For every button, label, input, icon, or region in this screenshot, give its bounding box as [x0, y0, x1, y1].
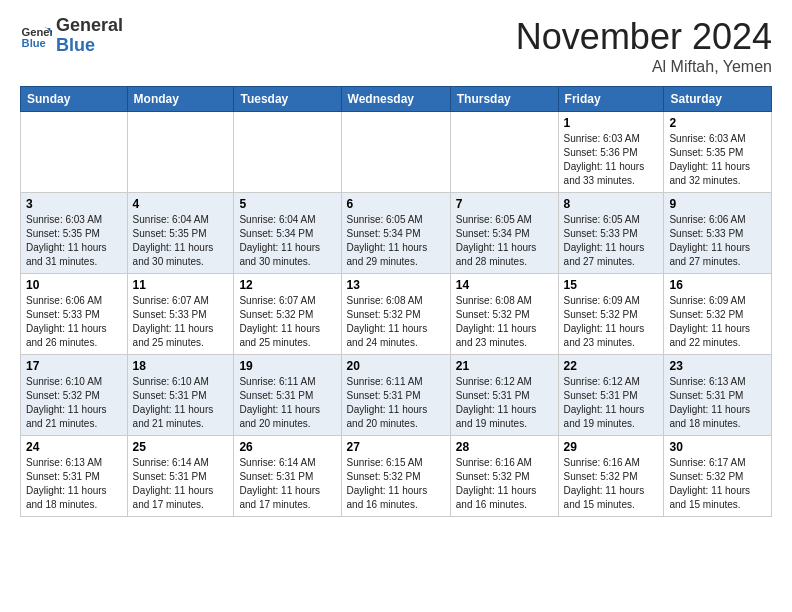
day-info: Sunrise: 6:09 AM Sunset: 5:32 PM Dayligh… [669, 294, 766, 350]
day-info: Sunrise: 6:04 AM Sunset: 5:34 PM Dayligh… [239, 213, 335, 269]
day-info: Sunrise: 6:03 AM Sunset: 5:35 PM Dayligh… [669, 132, 766, 188]
calendar-cell: 10Sunrise: 6:06 AM Sunset: 5:33 PM Dayli… [21, 274, 128, 355]
day-info: Sunrise: 6:08 AM Sunset: 5:32 PM Dayligh… [456, 294, 553, 350]
day-info: Sunrise: 6:16 AM Sunset: 5:32 PM Dayligh… [456, 456, 553, 512]
day-info: Sunrise: 6:13 AM Sunset: 5:31 PM Dayligh… [26, 456, 122, 512]
day-number: 3 [26, 197, 122, 211]
calendar-cell: 12Sunrise: 6:07 AM Sunset: 5:32 PM Dayli… [234, 274, 341, 355]
weekday-header-thursday: Thursday [450, 87, 558, 112]
day-info: Sunrise: 6:06 AM Sunset: 5:33 PM Dayligh… [26, 294, 122, 350]
svg-text:Blue: Blue [22, 37, 46, 49]
logo-text: General Blue [56, 16, 123, 56]
calendar-cell: 1Sunrise: 6:03 AM Sunset: 5:36 PM Daylig… [558, 112, 664, 193]
day-info: Sunrise: 6:03 AM Sunset: 5:36 PM Dayligh… [564, 132, 659, 188]
calendar-cell: 18Sunrise: 6:10 AM Sunset: 5:31 PM Dayli… [127, 355, 234, 436]
day-number: 23 [669, 359, 766, 373]
day-info: Sunrise: 6:10 AM Sunset: 5:32 PM Dayligh… [26, 375, 122, 431]
day-number: 20 [347, 359, 445, 373]
calendar-cell: 7Sunrise: 6:05 AM Sunset: 5:34 PM Daylig… [450, 193, 558, 274]
calendar-cell: 30Sunrise: 6:17 AM Sunset: 5:32 PM Dayli… [664, 436, 772, 517]
calendar-cell: 11Sunrise: 6:07 AM Sunset: 5:33 PM Dayli… [127, 274, 234, 355]
page: General Blue General Blue November 2024 … [0, 0, 792, 533]
day-number: 27 [347, 440, 445, 454]
calendar-cell [127, 112, 234, 193]
weekday-header-sunday: Sunday [21, 87, 128, 112]
calendar-cell: 6Sunrise: 6:05 AM Sunset: 5:34 PM Daylig… [341, 193, 450, 274]
calendar-week-row: 3Sunrise: 6:03 AM Sunset: 5:35 PM Daylig… [21, 193, 772, 274]
day-info: Sunrise: 6:07 AM Sunset: 5:32 PM Dayligh… [239, 294, 335, 350]
calendar-cell: 8Sunrise: 6:05 AM Sunset: 5:33 PM Daylig… [558, 193, 664, 274]
day-number: 18 [133, 359, 229, 373]
day-number: 2 [669, 116, 766, 130]
svg-text:General: General [22, 26, 52, 38]
day-number: 29 [564, 440, 659, 454]
calendar-cell: 24Sunrise: 6:13 AM Sunset: 5:31 PM Dayli… [21, 436, 128, 517]
day-number: 4 [133, 197, 229, 211]
calendar-week-row: 17Sunrise: 6:10 AM Sunset: 5:32 PM Dayli… [21, 355, 772, 436]
location: Al Miftah, Yemen [516, 58, 772, 76]
month-title: November 2024 [516, 16, 772, 58]
day-info: Sunrise: 6:16 AM Sunset: 5:32 PM Dayligh… [564, 456, 659, 512]
day-info: Sunrise: 6:06 AM Sunset: 5:33 PM Dayligh… [669, 213, 766, 269]
logo-blue-text: Blue [56, 36, 123, 56]
day-number: 12 [239, 278, 335, 292]
day-info: Sunrise: 6:11 AM Sunset: 5:31 PM Dayligh… [239, 375, 335, 431]
calendar-cell: 5Sunrise: 6:04 AM Sunset: 5:34 PM Daylig… [234, 193, 341, 274]
calendar-cell: 14Sunrise: 6:08 AM Sunset: 5:32 PM Dayli… [450, 274, 558, 355]
day-number: 21 [456, 359, 553, 373]
calendar-cell [21, 112, 128, 193]
day-number: 24 [26, 440, 122, 454]
weekday-header-monday: Monday [127, 87, 234, 112]
weekday-header-wednesday: Wednesday [341, 87, 450, 112]
day-number: 19 [239, 359, 335, 373]
day-info: Sunrise: 6:03 AM Sunset: 5:35 PM Dayligh… [26, 213, 122, 269]
day-info: Sunrise: 6:05 AM Sunset: 5:33 PM Dayligh… [564, 213, 659, 269]
logo-general-text: General [56, 16, 123, 36]
day-info: Sunrise: 6:17 AM Sunset: 5:32 PM Dayligh… [669, 456, 766, 512]
day-info: Sunrise: 6:13 AM Sunset: 5:31 PM Dayligh… [669, 375, 766, 431]
day-info: Sunrise: 6:09 AM Sunset: 5:32 PM Dayligh… [564, 294, 659, 350]
day-number: 30 [669, 440, 766, 454]
day-number: 5 [239, 197, 335, 211]
day-info: Sunrise: 6:04 AM Sunset: 5:35 PM Dayligh… [133, 213, 229, 269]
day-number: 10 [26, 278, 122, 292]
calendar-cell: 29Sunrise: 6:16 AM Sunset: 5:32 PM Dayli… [558, 436, 664, 517]
day-number: 14 [456, 278, 553, 292]
calendar-cell [450, 112, 558, 193]
day-number: 25 [133, 440, 229, 454]
day-info: Sunrise: 6:07 AM Sunset: 5:33 PM Dayligh… [133, 294, 229, 350]
calendar-cell: 13Sunrise: 6:08 AM Sunset: 5:32 PM Dayli… [341, 274, 450, 355]
day-number: 11 [133, 278, 229, 292]
calendar-cell: 21Sunrise: 6:12 AM Sunset: 5:31 PM Dayli… [450, 355, 558, 436]
calendar-cell: 4Sunrise: 6:04 AM Sunset: 5:35 PM Daylig… [127, 193, 234, 274]
calendar-cell: 22Sunrise: 6:12 AM Sunset: 5:31 PM Dayli… [558, 355, 664, 436]
title-block: November 2024 Al Miftah, Yemen [516, 16, 772, 76]
day-number: 9 [669, 197, 766, 211]
weekday-header-friday: Friday [558, 87, 664, 112]
day-info: Sunrise: 6:10 AM Sunset: 5:31 PM Dayligh… [133, 375, 229, 431]
day-info: Sunrise: 6:15 AM Sunset: 5:32 PM Dayligh… [347, 456, 445, 512]
calendar-cell: 23Sunrise: 6:13 AM Sunset: 5:31 PM Dayli… [664, 355, 772, 436]
day-info: Sunrise: 6:14 AM Sunset: 5:31 PM Dayligh… [239, 456, 335, 512]
header: General Blue General Blue November 2024 … [20, 16, 772, 76]
calendar-cell: 28Sunrise: 6:16 AM Sunset: 5:32 PM Dayli… [450, 436, 558, 517]
day-number: 22 [564, 359, 659, 373]
calendar-cell: 25Sunrise: 6:14 AM Sunset: 5:31 PM Dayli… [127, 436, 234, 517]
calendar-cell: 26Sunrise: 6:14 AM Sunset: 5:31 PM Dayli… [234, 436, 341, 517]
day-number: 26 [239, 440, 335, 454]
calendar-cell: 19Sunrise: 6:11 AM Sunset: 5:31 PM Dayli… [234, 355, 341, 436]
calendar-cell: 17Sunrise: 6:10 AM Sunset: 5:32 PM Dayli… [21, 355, 128, 436]
calendar-cell: 16Sunrise: 6:09 AM Sunset: 5:32 PM Dayli… [664, 274, 772, 355]
day-info: Sunrise: 6:12 AM Sunset: 5:31 PM Dayligh… [456, 375, 553, 431]
day-number: 13 [347, 278, 445, 292]
calendar-cell: 2Sunrise: 6:03 AM Sunset: 5:35 PM Daylig… [664, 112, 772, 193]
day-number: 15 [564, 278, 659, 292]
day-number: 6 [347, 197, 445, 211]
calendar-cell: 3Sunrise: 6:03 AM Sunset: 5:35 PM Daylig… [21, 193, 128, 274]
day-info: Sunrise: 6:14 AM Sunset: 5:31 PM Dayligh… [133, 456, 229, 512]
calendar-week-row: 1Sunrise: 6:03 AM Sunset: 5:36 PM Daylig… [21, 112, 772, 193]
day-number: 17 [26, 359, 122, 373]
day-info: Sunrise: 6:05 AM Sunset: 5:34 PM Dayligh… [456, 213, 553, 269]
day-number: 16 [669, 278, 766, 292]
calendar-cell [234, 112, 341, 193]
